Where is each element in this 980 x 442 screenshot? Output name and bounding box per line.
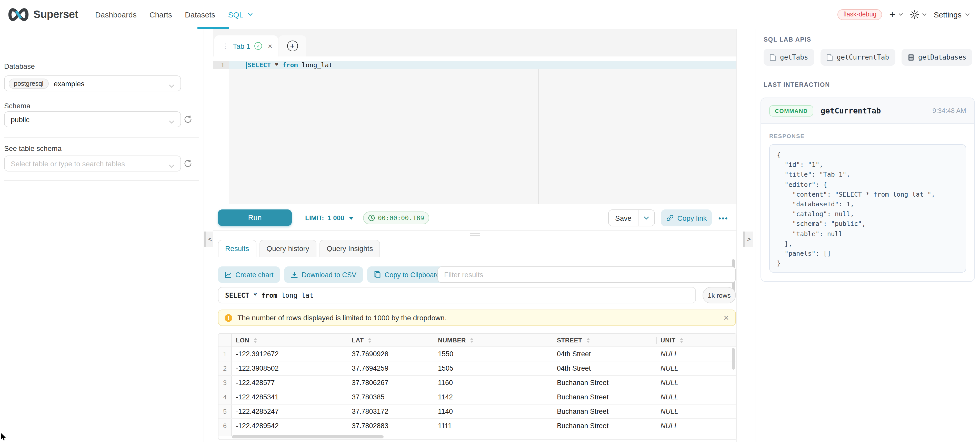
filter-results-input[interactable]: Filter results: [438, 266, 736, 283]
download-icon: [291, 271, 298, 278]
tab-results[interactable]: Results: [218, 240, 256, 257]
new-menu[interactable]: +: [889, 9, 903, 19]
table-row[interactable]: 2-122.390850237.7694259150504th StreetNU…: [218, 361, 736, 376]
sort-icon[interactable]: [680, 338, 683, 343]
limit-value: 1 000: [328, 214, 344, 222]
row-count-badge: 1k rows: [703, 287, 736, 303]
column-header-lon[interactable]: LON: [232, 333, 348, 346]
nav-datasets[interactable]: Datasets: [185, 10, 215, 19]
plus-icon: +: [889, 9, 895, 19]
get-current-tab-label: getCurrentTab: [837, 53, 889, 61]
refresh-schema-button[interactable]: [184, 115, 193, 124]
brand-name: Superset: [33, 8, 78, 21]
download-csv-button[interactable]: Download to CSV: [284, 266, 363, 283]
copy-clipboard-button[interactable]: Copy to Clipboard: [367, 266, 447, 283]
table-select-placeholder: Select table or type to search tables: [11, 160, 125, 168]
chevron-right-icon: >: [745, 231, 753, 247]
more-options-button[interactable]: •••: [719, 204, 728, 231]
chevron-down-icon: [169, 116, 174, 126]
executed-query-box: SELECT * from long_lat: [218, 287, 696, 303]
column-header-number[interactable]: NUMBER: [434, 333, 553, 346]
last-interaction-card: COMMAND getCurrentTab 9:34:48 AM RESPONS…: [760, 97, 975, 282]
nav-charts[interactable]: Charts: [150, 10, 172, 19]
text-cursor: [246, 61, 247, 69]
create-chart-label: Create chart: [235, 271, 274, 279]
table-row[interactable]: 6-122.428954237.78028831111Buchanan Stre…: [218, 419, 736, 433]
tab-query-history[interactable]: Query history: [259, 240, 317, 257]
schema-sidebar: Database postgresql examples Schema publ…: [0, 29, 204, 442]
table-select[interactable]: Select table or type to search tables: [4, 156, 181, 171]
superset-logo[interactable]: Superset: [7, 8, 78, 21]
save-dropdown-button[interactable]: [638, 210, 654, 226]
sort-icon[interactable]: [587, 338, 590, 343]
collapse-right-panel[interactable]: >: [743, 231, 753, 247]
sql-code-editor[interactable]: 1 SELECT * from long_lat: [213, 61, 737, 204]
nav-dashboards[interactable]: Dashboards: [95, 10, 137, 19]
clock-icon: [368, 215, 375, 221]
create-chart-button[interactable]: Create chart: [218, 266, 280, 283]
sort-icon[interactable]: [254, 338, 257, 343]
table-row[interactable]: 1-122.391267237.7690928155004th StreetNU…: [218, 347, 736, 361]
sql-text: SELECT * from long_lat: [248, 61, 332, 69]
get-tabs-button[interactable]: getTabs: [764, 49, 815, 66]
table-row[interactable]: 4-122.428534137.7803851142Buchanan Stree…: [218, 390, 736, 405]
drag-handle-icon[interactable]: ⋮: [222, 42, 229, 50]
get-databases-button[interactable]: getDatabases: [901, 49, 972, 66]
results-tabs: Results Query history Query Insights: [213, 240, 737, 257]
copy-clipboard-label: Copy to Clipboard: [385, 271, 440, 279]
warning-icon: !: [224, 314, 232, 322]
database-value: examples: [54, 79, 84, 88]
database-label: Database: [4, 62, 35, 70]
results-actions: Create chart Download to CSV Copy to Cli…: [218, 266, 447, 283]
editor-gutter: [213, 61, 229, 204]
line-number: 1: [213, 61, 229, 69]
api-buttons: getTabs getCurrentTab getDatabases: [764, 49, 972, 66]
sql-keyword: SELECT: [225, 291, 249, 299]
check-circle-icon: ✓: [255, 42, 262, 50]
column-header-unit[interactable]: UNIT: [656, 333, 736, 346]
sort-icon[interactable]: [369, 338, 372, 343]
close-tab-icon[interactable]: ×: [268, 42, 272, 50]
save-button[interactable]: Save: [609, 210, 638, 226]
nav-sql[interactable]: SQL: [228, 10, 253, 19]
editor-tab-title: Tab 1: [233, 42, 250, 50]
column-header-lat[interactable]: LAT: [348, 333, 434, 346]
interaction-card-header: COMMAND getCurrentTab 9:34:48 AM: [761, 98, 974, 124]
get-current-tab-button[interactable]: getCurrentTab: [821, 49, 896, 66]
resize-drag-handle[interactable]: [213, 231, 737, 238]
run-button[interactable]: Run: [218, 209, 292, 226]
chevron-down-icon: [965, 13, 970, 16]
vertical-scrollbar-thumb[interactable]: [732, 348, 735, 370]
row-limit-warning: ! The number of rows displayed is limite…: [218, 310, 736, 326]
database-engine-tag: postgresql: [9, 78, 48, 89]
sql-table-name: long_lat: [277, 291, 313, 299]
horizontal-scrollbar-thumb[interactable]: [232, 435, 383, 439]
database-select[interactable]: postgresql examples: [4, 75, 181, 91]
editor-tab[interactable]: ⋮ Tab 1 ✓ ×: [214, 35, 278, 56]
column-header-street[interactable]: STREET: [553, 333, 656, 346]
refresh-tables-button[interactable]: [184, 159, 193, 168]
nav-sql-label: SQL: [228, 10, 243, 19]
sql-lab-page: Superset Dashboards Charts Datasets SQL …: [0, 0, 980, 442]
download-csv-label: Download to CSV: [302, 271, 356, 279]
print-margin-line: [538, 61, 539, 204]
schema-select[interactable]: public: [4, 112, 181, 127]
tab-query-insights[interactable]: Query Insights: [320, 240, 380, 257]
apis-panel-title: SQL LAB APIS: [764, 36, 811, 43]
schema-label: Schema: [4, 102, 30, 110]
settings-menu[interactable]: Settings: [934, 10, 970, 19]
close-warning-icon[interactable]: ✕: [723, 314, 729, 322]
get-databases-label: getDatabases: [918, 53, 966, 61]
response-label: RESPONSE: [769, 133, 966, 139]
add-tab-button[interactable]: +: [278, 35, 306, 56]
chevron-down-icon: [169, 161, 174, 170]
query-timer: 00:00:00.189: [363, 212, 429, 224]
copy-link-button[interactable]: Copy link: [661, 209, 712, 227]
table-row[interactable]: 5-122.428524737.78031721140Buchanan Stre…: [218, 405, 736, 419]
mouse-cursor: [0, 433, 7, 442]
table-row[interactable]: 3-122.42857737.78062671160Buchanan Stree…: [218, 376, 736, 390]
sort-icon[interactable]: [471, 338, 474, 343]
theme-menu[interactable]: [910, 10, 927, 19]
superset-logo-icon: [7, 8, 30, 21]
limit-dropdown[interactable]: LIMIT: 1 000: [305, 204, 354, 231]
